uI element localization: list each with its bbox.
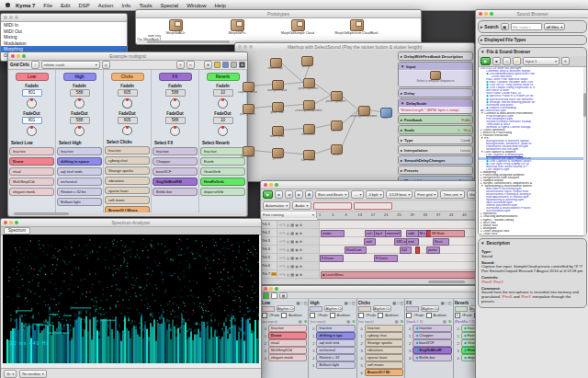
preset-button-orchestral[interactable]: orchestral xyxy=(57,178,102,186)
horizontal-scrollbar[interactable] xyxy=(10,212,245,215)
window-controls[interactable] xyxy=(4,16,18,19)
dropdown-automation[interactable]: Automation▾ xyxy=(263,201,290,210)
dropdown-bars-and-beats[interactable]: Bars and Beats▾ xyxy=(315,190,349,199)
titlebar[interactable] xyxy=(1,14,127,22)
window-controls[interactable] xyxy=(264,183,278,187)
color-swatch[interactable] xyxy=(455,306,468,312)
menu-special[interactable]: Special xyxy=(160,3,178,8)
preset-button-inactive[interactable]: Inactive xyxy=(105,146,150,155)
dropdown-1-128-beat[interactable]: 1/128 beat▾ xyxy=(386,190,413,199)
close-button[interactable] xyxy=(4,221,7,224)
preset-button-inactive[interactable]: Inactive xyxy=(57,147,102,155)
track-icon-3[interactable]: ▦ xyxy=(290,231,294,235)
track-icon-0[interactable]: ⊣ xyxy=(278,272,281,277)
clip-stoft[interactable]: stoft xyxy=(364,238,376,246)
track-icon-2[interactable]: ◎ xyxy=(287,231,290,235)
swatch-blue-icon[interactable] xyxy=(222,62,229,68)
audition-checkbox[interactable] xyxy=(281,313,287,318)
track-icon-3[interactable]: ▦ xyxy=(290,247,294,252)
preset-button-sparse-laser[interactable]: sparse laser xyxy=(365,354,403,362)
track-icon-1[interactable]: ✎ xyxy=(282,272,285,277)
window-controls[interactable] xyxy=(264,287,278,291)
fade-out-knob[interactable] xyxy=(74,126,85,136)
fade-in-value[interactable]: 605 xyxy=(118,89,138,97)
track-icon-1[interactable]: ✎ xyxy=(282,247,285,252)
zoom-button[interactable] xyxy=(275,183,278,187)
color-swatch[interactable] xyxy=(406,306,419,312)
grid-icon[interactable]: ▦ xyxy=(395,319,399,324)
preset-button-inactive[interactable]: Inactive xyxy=(9,147,54,155)
blank-icon[interactable] xyxy=(271,292,277,299)
algorithm-button[interactable]: Algthm Cr xyxy=(324,305,343,312)
spectrogram-canvas[interactable]: 22 ms 440 Hz xyxy=(3,235,259,363)
help-book-icon[interactable]: B xyxy=(239,62,245,68)
track-icon-5[interactable]: ⊗ xyxy=(300,223,302,227)
track-icon-2[interactable]: ◎ xyxy=(287,239,290,244)
track-icon-5[interactable]: ⊗ xyxy=(300,272,302,277)
menu-file[interactable]: File xyxy=(43,3,52,8)
dropdown-4-bpb[interactable]: 4 bpb▾ xyxy=(366,190,384,199)
menu-action[interactable]: Action xyxy=(98,3,114,8)
add-icon[interactable]: ⊕ xyxy=(400,319,403,324)
clip-f-drone[interactable]: F-Drone xyxy=(320,255,344,263)
track-icon-5[interactable]: ⊗ xyxy=(300,256,302,260)
preset-button-elegant-monk[interactable]: elegant monk xyxy=(268,354,307,362)
prev-icon[interactable]: ◁ xyxy=(503,57,511,65)
marker-field-0[interactable] xyxy=(313,202,352,210)
fade-out-knob[interactable] xyxy=(122,126,132,136)
track-name[interactable]: Trk 3 xyxy=(261,237,277,245)
close-button[interactable] xyxy=(264,183,267,187)
transport-icon-1[interactable]: ◀ xyxy=(285,190,293,199)
clip-f-drone[interactable]: F-Drone xyxy=(374,255,398,263)
fft-size-dropdown[interactable]: 1k▾ xyxy=(4,370,17,378)
grid-icon[interactable]: ▦ xyxy=(346,319,350,324)
track-name[interactable]: Trk 7trio xyxy=(261,270,277,278)
column-icon-2[interactable]: ◱ xyxy=(400,301,403,305)
preset-button-sparse-laser[interactable]: sparse laser xyxy=(105,187,150,195)
titlebar[interactable] xyxy=(261,286,502,292)
preset-button-brittle-bor[interactable]: Brittle-bor xyxy=(153,188,198,196)
minimize-button[interactable] xyxy=(243,45,247,49)
fade-checkbox[interactable] xyxy=(406,313,412,318)
track-name[interactable]: Trk 5 xyxy=(261,254,277,261)
preset-button-ritstein-c-32-bn[interactable]: Ritstein c 32 bn xyxy=(57,188,102,196)
track-icon-4[interactable]: ◉ xyxy=(295,256,299,260)
titlebar[interactable]: Example multigrid xyxy=(8,52,247,61)
preset-button-snglsdbndr[interactable]: ◆SnglSdBndR xyxy=(413,347,451,355)
disclosure-icon[interactable]: ▸ xyxy=(401,138,402,143)
add-icon[interactable]: ⊕ xyxy=(352,319,356,324)
clip-khimdrum[interactable]: KhimDrum xyxy=(345,246,367,255)
track-name[interactable]: Trk 2 xyxy=(261,229,277,236)
marker-field-1[interactable] xyxy=(354,202,392,210)
preset-button-elegant-monk[interactable]: elegant monk xyxy=(9,188,54,196)
list-scrollbar[interactable] xyxy=(583,67,586,235)
column-icon-1[interactable]: □ xyxy=(349,301,351,305)
dropdown-audio[interactable]: Audio▾ xyxy=(292,201,311,210)
preset-button-brittle-bor[interactable]: ◆Brittle-bor xyxy=(413,354,451,362)
track-lane[interactable]: stuttercol rbg dmorewellrabbM nRE Birds xyxy=(320,229,491,236)
timeline-hscrollbar[interactable] xyxy=(263,281,487,283)
preset-button-drone[interactable]: Drone xyxy=(268,332,307,340)
track-icon-3[interactable]: ▦ xyxy=(290,256,294,260)
color-swatch[interactable] xyxy=(358,306,371,312)
track-name[interactable]: Trk 1 xyxy=(261,221,277,228)
column-icon-2[interactable]: ◱ xyxy=(448,301,452,305)
grid-icon[interactable]: ▦ xyxy=(279,292,288,299)
minimize-button[interactable] xyxy=(269,287,273,291)
disclosure-icon[interactable]: ▸ xyxy=(401,158,402,163)
preset-button-multsmplcld[interactable]: MultSmplCld xyxy=(268,347,307,355)
play-button[interactable]: ▶ xyxy=(263,190,273,199)
fade-in-knob[interactable] xyxy=(170,98,180,109)
search-input[interactable] xyxy=(511,23,542,30)
zoom-button[interactable] xyxy=(15,16,18,19)
column-header-low[interactable]: Low xyxy=(16,73,49,81)
disclosure-icon[interactable]: ▸ xyxy=(481,38,482,42)
disclosure-icon[interactable]: ▼ xyxy=(401,64,404,69)
track-icon-4[interactable]: ◉ xyxy=(295,223,299,227)
grid-preset-dropdown[interactable]: infinite crash▾ xyxy=(41,61,100,69)
dropdown-time-unit[interactable]: Time unit▾ xyxy=(440,190,464,199)
zoom-button[interactable] xyxy=(22,54,26,58)
track-icon-1[interactable]: ✎ xyxy=(282,223,285,227)
track-icon-4[interactable]: ◉ xyxy=(295,247,299,252)
timeline-ruler[interactable]: 15913172125293337414549 xyxy=(317,212,491,220)
